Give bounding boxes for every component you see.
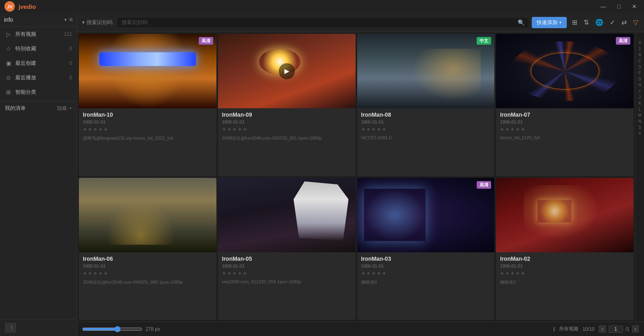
- grid-icon: ⊞: [5, 89, 12, 95]
- language-button[interactable]: 🌐: [594, 17, 605, 27]
- sidebar-item-all-videos[interactable]: ▷ 所有视频 111: [0, 27, 77, 41]
- quick-add-button[interactable]: 快速添加 +: [532, 17, 567, 28]
- video-card-ironman-05[interactable]: IronMan-05 1900-01-01 ★★★★★ one2048.com_…: [218, 178, 356, 320]
- alpha-C[interactable]: C: [638, 58, 641, 64]
- sidebar: info ▾ ≡ ▷ 所有视频 111 ☆ 特别收藏 0 ▣ 最近创建 0 ⊙ …: [0, 13, 77, 336]
- next-page-button[interactable]: ›: [632, 325, 639, 333]
- alpha-N[interactable]: N: [638, 119, 641, 124]
- clock-icon: ⊙: [5, 74, 12, 81]
- page-total: /1: [625, 326, 630, 332]
- video-info: IronMan-05 1900-01-01 ★★★★★ one2048.com_…: [218, 252, 356, 320]
- sidebar-label-recent-played: 最近播放: [15, 74, 66, 81]
- sidebar-count-all-videos: 111: [64, 31, 72, 37]
- alpha-1[interactable]: 1: [639, 46, 641, 52]
- video-date: 1900-01-01: [361, 120, 491, 124]
- sidebar-label-smart-category: 智能分类: [15, 89, 69, 96]
- video-date: 1900-01-01: [222, 264, 352, 268]
- alpha-M[interactable]: M: [638, 113, 641, 118]
- alpha-I[interactable]: I: [639, 89, 640, 94]
- alpha-0[interactable]: 0: [639, 40, 641, 45]
- video-card-ironman-07[interactable]: 高清 IronMan-07 1900-01-01 ★★★★★ heyzo_hd_…: [496, 34, 634, 176]
- sidebar-collapse-button[interactable]: 《: [5, 323, 16, 333]
- alpha-J[interactable]: J: [639, 95, 641, 100]
- sidebar-count-favorites: 0: [69, 46, 72, 52]
- size-slider[interactable]: [82, 326, 142, 332]
- my-playlist-header: 我的清单 隐藏 +: [0, 101, 77, 115]
- play-icon: ▷: [5, 31, 12, 37]
- thumb-visual: [357, 34, 495, 108]
- badge-hd: 高清: [616, 37, 630, 45]
- video-card-ironman-06[interactable]: IronMan-06 1900-01-01 ★★★★★ 2048论坛@fun20…: [79, 178, 216, 320]
- alpha-H[interactable]: H: [638, 82, 641, 88]
- video-title: IronMan-06: [83, 256, 212, 262]
- video-info: IronMan-06 1900-01-01 ★★★★★ 2048论坛@fun20…: [79, 252, 216, 320]
- sidebar-label-recent-created: 最近创建: [15, 60, 66, 67]
- grid-area: 高清 IronMan-10 1900-01-01 ★★★★★ @蜂鸟@fengn…: [77, 32, 644, 322]
- sidebar-header: info ▾ ≡: [0, 13, 77, 27]
- statusbar-right: ℹ 所有视频 10/10 ‹ /1 ›: [553, 325, 639, 333]
- video-stars: ★★★★★: [500, 127, 630, 132]
- alpha-A[interactable]: A: [638, 52, 641, 58]
- sidebar-item-favorites[interactable]: ☆ 特别收藏 0: [0, 41, 77, 56]
- thumb-visual: [79, 178, 216, 252]
- alpha-D[interactable]: D: [638, 64, 641, 70]
- titlebar: JV jvedio — □ ✕: [0, 0, 644, 13]
- grid-view-button[interactable]: ⊞: [571, 17, 578, 27]
- star-icon: ☆: [5, 45, 12, 52]
- prev-page-button[interactable]: ‹: [599, 325, 606, 333]
- maximize-button[interactable]: □: [614, 2, 624, 10]
- alpha-S[interactable]: S: [638, 125, 641, 130]
- sidebar-menu-icon[interactable]: ≡: [69, 16, 73, 23]
- video-info: IronMan-09 1900-01-01 ★★★★★ 2048论坛@fun20…: [218, 108, 356, 176]
- shuffle-button[interactable]: ⇄: [620, 17, 628, 27]
- app-title: jvedio: [19, 3, 36, 10]
- playlist-hide-button[interactable]: 隐藏: [57, 105, 67, 112]
- video-card-ironman-10[interactable]: 高清 IronMan-10 1900-01-01 ★★★★★ @蜂鸟@fengn…: [79, 34, 216, 176]
- video-info: IronMan-08 1900-01-01 ★★★★★ HEYZO-2091-C: [357, 108, 495, 176]
- sidebar-item-recent-played[interactable]: ⊙ 最近播放 0: [0, 70, 77, 85]
- sidebar-count-recent-created: 0: [69, 60, 72, 66]
- video-date: 1900-01-01: [83, 120, 212, 124]
- video-card-ironman-08[interactable]: 中文 IronMan-08 1900-01-01 ★★★★★ HEYZO-209…: [357, 34, 495, 176]
- video-card-ironman-03[interactable]: 高清 IronMan-03 1900-01-01 ★★★★★ 钢铁侠3: [357, 178, 495, 320]
- video-date: 1900-01-01: [500, 120, 630, 124]
- sidebar-item-recent-created[interactable]: ▣ 最近创建 0: [0, 56, 77, 70]
- minimize-button[interactable]: —: [597, 2, 609, 10]
- video-title: IronMan-07: [500, 111, 630, 118]
- sort-button[interactable]: ⇅: [582, 17, 590, 27]
- alpha-F[interactable]: F: [638, 70, 641, 76]
- video-info: IronMan-02 1900-01-01 ★★★★★ 钢铁侠2: [496, 252, 634, 320]
- video-source: 2048论坛@fun2048.com-050720_001-1pon-1080p: [222, 135, 352, 141]
- main: info ▾ ≡ ▷ 所有视频 111 ☆ 特别收藏 0 ▣ 最近创建 0 ⊙ …: [0, 13, 644, 336]
- video-stars: ★★★★★: [222, 127, 352, 132]
- alpha-X[interactable]: X: [638, 131, 641, 136]
- thumbnail-ironman-08: [357, 34, 495, 108]
- alpha-K[interactable]: K: [638, 101, 641, 106]
- alpha-L[interactable]: L: [639, 107, 641, 112]
- sidebar-dropdown-arrow[interactable]: ▾: [64, 17, 67, 23]
- search-type-dropdown[interactable]: ▾ 搜索识别码: [82, 19, 113, 26]
- sidebar-item-smart-category[interactable]: ⊞ 智能分类: [0, 85, 77, 99]
- search-icon[interactable]: 🔍: [518, 19, 525, 26]
- filter-button[interactable]: ▽: [632, 17, 639, 27]
- search-input[interactable]: [121, 19, 514, 25]
- alpha-G[interactable]: G: [638, 76, 642, 82]
- video-card-ironman-02[interactable]: IronMan-02 1900-01-01 ★★★★★ 钢铁侠2: [496, 178, 634, 320]
- slider-wrapper: 278 px: [82, 326, 160, 332]
- page-number-input[interactable]: [609, 326, 623, 333]
- thumbnail-ironman-07: [496, 34, 634, 108]
- video-stars: ★★★★★: [222, 271, 352, 276]
- size-label: 278 px: [146, 326, 160, 332]
- video-card-ironman-09[interactable]: ▶ IronMan-09 1900-01-01 ★★★★★ 2048论坛@fun…: [218, 34, 356, 176]
- playlist-add-button[interactable]: +: [69, 105, 72, 111]
- play-overlay: ▶: [279, 63, 295, 79]
- thumbnail-ironman-05: [218, 178, 356, 252]
- info-icon[interactable]: ℹ: [553, 326, 555, 332]
- thumbnail-ironman-06: [79, 178, 216, 252]
- check-button[interactable]: ✓: [609, 17, 616, 27]
- search-wrapper: 🔍: [117, 18, 529, 27]
- video-date: 1900-01-01: [83, 264, 212, 268]
- video-date: 1900-01-01: [222, 120, 352, 124]
- close-button[interactable]: ✕: [629, 2, 640, 10]
- video-title: IronMan-09: [222, 111, 352, 118]
